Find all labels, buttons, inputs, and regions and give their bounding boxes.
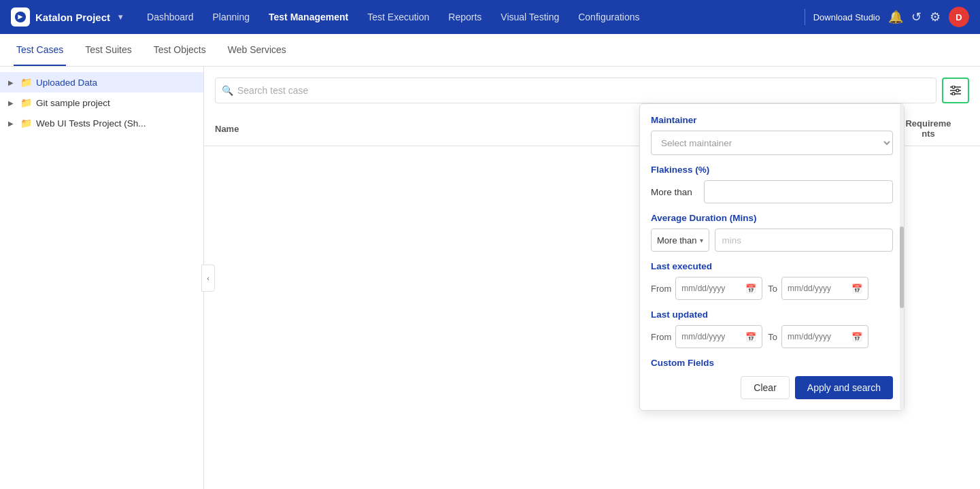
user-avatar[interactable]: D: [949, 7, 969, 27]
brand-logo[interactable]: Katalon Project ▾: [11, 7, 122, 27]
search-input[interactable]: [215, 78, 936, 103]
flakiness-input[interactable]: [704, 180, 893, 203]
last-executed-from-group: From 📅: [651, 277, 762, 300]
search-input-wrapper: 🔍: [215, 78, 936, 103]
last-executed-row: From 📅 To 📅: [651, 277, 893, 300]
search-icon: 🔍: [222, 85, 233, 96]
filter-footer: Clear Apply and search: [651, 373, 893, 399]
avg-duration-row: More than ▾: [651, 229, 893, 252]
last-executed-to-input[interactable]: 📅: [781, 277, 868, 300]
sidebar-item-label: Uploaded Data: [36, 78, 97, 88]
sidebar-item-web-ui[interactable]: ▶ 📁 Web UI Tests Project (Sh...: [0, 113, 203, 133]
expand-icon: ▶: [8, 120, 16, 127]
scrollbar-track: [900, 104, 904, 410]
avg-duration-dropdown[interactable]: More than ▾: [651, 229, 709, 252]
nav-links: Dashboard Planning Test Management Test …: [139, 7, 796, 27]
tab-test-cases[interactable]: Test Cases: [14, 35, 66, 66]
svg-point-4: [952, 86, 955, 88]
last-updated-from-input[interactable]: 📅: [675, 325, 762, 348]
tab-test-suites[interactable]: Test Suites: [82, 35, 134, 66]
tab-web-services[interactable]: Web Services: [225, 35, 289, 66]
maintainer-label: Maintainer: [651, 115, 893, 125]
apply-search-button[interactable]: Apply and search: [795, 376, 893, 399]
folder-icon: 📁: [20, 77, 32, 88]
svg-point-6: [952, 92, 955, 95]
calendar-icon: 📅: [851, 284, 862, 294]
from-label: From: [651, 332, 671, 342]
sidebar-collapse-handle[interactable]: ‹: [201, 265, 215, 292]
scrollbar-thumb: [900, 226, 904, 308]
avg-duration-input[interactable]: [715, 229, 893, 252]
nav-divider: [805, 9, 805, 25]
nav-reports[interactable]: Reports: [440, 7, 490, 27]
settings-icon[interactable]: ⚙: [930, 10, 941, 24]
expand-icon: ▶: [8, 99, 16, 107]
calendar-icon: 📅: [745, 284, 756, 294]
brand-name: Katalon Project: [35, 12, 110, 23]
last-executed-to-group: To 📅: [768, 277, 868, 300]
folder-icon: 📁: [20, 118, 32, 129]
nav-visual-testing[interactable]: Visual Testing: [492, 7, 567, 27]
brand-chevron: ▾: [118, 12, 122, 22]
nav-configurations[interactable]: Configurations: [570, 7, 647, 27]
nav-right: Download Studio 🔔 ↺ ⚙ D: [813, 7, 969, 27]
nav-test-management[interactable]: Test Management: [260, 7, 356, 27]
calendar-icon: 📅: [745, 332, 756, 342]
chevron-down-icon: ▾: [700, 237, 703, 244]
sidebar-container: ▶ 📁 Uploaded Data ▶ 📁 Git sample project…: [0, 67, 204, 489]
flakiness-row: More than: [651, 180, 893, 203]
sidebar-item-label: Git sample project: [36, 98, 110, 108]
nav-planning[interactable]: Planning: [205, 7, 258, 27]
last-updated-label: Last updated: [651, 309, 893, 320]
last-executed-from-input[interactable]: 📅: [675, 277, 762, 300]
nav-dashboard[interactable]: Dashboard: [139, 7, 202, 27]
svg-point-5: [956, 89, 959, 92]
calendar-icon: 📅: [851, 332, 862, 342]
sub-navigation: Test Cases Test Suites Test Objects Web …: [0, 34, 980, 67]
content-area: 🔍 Name AverageDuration Fla: [204, 67, 980, 489]
sidebar-item-label: Web UI Tests Project (Sh...: [36, 118, 146, 129]
sidebar: ▶ 📁 Uploaded Data ▶ 📁 Git sample project…: [0, 67, 204, 489]
nav-test-execution[interactable]: Test Execution: [359, 7, 437, 27]
last-updated-row: From 📅 To 📅: [651, 325, 893, 348]
top-navigation: Katalon Project ▾ Dashboard Planning Tes…: [0, 0, 980, 34]
filter-button[interactable]: [942, 78, 969, 103]
custom-fields-label: Custom Fields: [651, 358, 893, 368]
sidebar-item-uploaded-data[interactable]: ▶ 📁 Uploaded Data: [0, 72, 203, 92]
from-label: From: [651, 284, 671, 294]
notifications-icon[interactable]: 🔔: [888, 10, 903, 24]
flakiness-more-than-label: More than: [651, 187, 698, 197]
history-icon[interactable]: ↺: [911, 10, 922, 24]
last-updated-to-input[interactable]: 📅: [781, 325, 868, 348]
to-label: To: [768, 284, 777, 294]
avg-dropdown-selected: More than: [657, 235, 697, 246]
filter-dropdown: Maintainer Select maintainer Flakiness (…: [639, 103, 905, 411]
to-label: To: [768, 332, 777, 342]
last-updated-to-group: To 📅: [768, 325, 868, 348]
last-updated-from-group: From 📅: [651, 325, 762, 348]
search-bar-area: 🔍: [204, 67, 980, 103]
clear-button[interactable]: Clear: [741, 376, 789, 399]
sidebar-item-git-sample[interactable]: ▶ 📁 Git sample project: [0, 92, 203, 113]
avg-duration-label: Average Duration (Mins): [651, 213, 893, 223]
expand-icon: ▶: [8, 79, 16, 86]
maintainer-select[interactable]: Select maintainer: [651, 131, 893, 155]
folder-icon: 📁: [20, 97, 32, 108]
main-layout: ▶ 📁 Uploaded Data ▶ 📁 Git sample project…: [0, 67, 980, 489]
last-executed-label: Last executed: [651, 261, 893, 271]
tab-test-objects[interactable]: Test Objects: [151, 35, 209, 66]
flakiness-label: Flakiness (%): [651, 165, 893, 175]
katalon-logo: [11, 7, 30, 27]
download-studio-button[interactable]: Download Studio: [813, 12, 880, 22]
